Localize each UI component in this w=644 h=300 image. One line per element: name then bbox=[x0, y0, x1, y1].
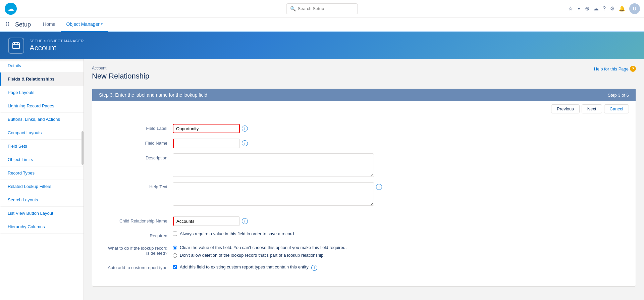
auto-add-info-icon[interactable]: i bbox=[311, 265, 317, 271]
cancel-button[interactable]: Cancel bbox=[604, 104, 629, 113]
auto-add-checkbox-item: Add this field to existing custom report… bbox=[173, 263, 317, 271]
sidebar-item-buttons-links-actions[interactable]: Buttons, Links, and Actions bbox=[0, 113, 84, 126]
sidebar-item-field-sets[interactable]: Field Sets bbox=[0, 140, 84, 153]
sidebar: Details Fields & Relationships Page Layo… bbox=[0, 59, 84, 300]
field-name-label: Field Name bbox=[106, 139, 173, 146]
svg-text:☁: ☁ bbox=[8, 5, 14, 12]
radio-no-delete-label: Don't allow deletion of the lookup recor… bbox=[180, 253, 325, 258]
help-text-info-icon[interactable]: i bbox=[376, 184, 382, 190]
lookup-delete-label: What to do if the lookup record is delet… bbox=[106, 244, 173, 256]
search-input[interactable] bbox=[298, 6, 354, 11]
auto-add-field: Add this field to existing custom report… bbox=[173, 263, 622, 271]
sidebar-scrollbar[interactable] bbox=[82, 131, 84, 165]
app-name: Setup bbox=[15, 21, 31, 28]
content-breadcrumb: Account bbox=[92, 66, 149, 70]
chevron-down-icon: ▾ bbox=[101, 22, 103, 26]
next-button[interactable]: Next bbox=[582, 104, 602, 113]
child-relationship-info-icon[interactable]: i bbox=[242, 218, 248, 224]
sidebar-item-record-types[interactable]: Record Types bbox=[0, 166, 84, 180]
required-field: Always require a value in this field in … bbox=[173, 231, 622, 236]
lookup-delete-field: Clear the value of this field. You can't… bbox=[173, 244, 622, 258]
help-icon[interactable]: ? bbox=[603, 6, 606, 12]
nav-item-home[interactable]: Home bbox=[38, 17, 61, 32]
required-checkbox-label: Always require a value in this field in … bbox=[180, 231, 294, 236]
description-field bbox=[173, 153, 622, 177]
radio-clear-item: Clear the value of this field. You can't… bbox=[173, 245, 347, 250]
breadcrumb-setup[interactable]: SETUP bbox=[30, 39, 43, 43]
sidebar-item-details[interactable]: Details bbox=[0, 59, 84, 72]
search-icon: 🔍 bbox=[290, 6, 296, 11]
sidebar-item-list-view-button-layout[interactable]: List View Button Layout bbox=[0, 207, 84, 220]
previous-button[interactable]: Previous bbox=[551, 104, 580, 113]
radio-no-delete-item: Don't allow deletion of the lookup recor… bbox=[173, 253, 347, 258]
avatar[interactable]: U bbox=[629, 3, 640, 14]
grid-icon[interactable]: ⠿ bbox=[5, 21, 10, 28]
form-actions: Previous Next Cancel bbox=[92, 101, 636, 117]
field-label-label: Field Label bbox=[106, 124, 173, 131]
radio-no-delete[interactable] bbox=[173, 253, 177, 258]
add-icon[interactable]: ⊕ bbox=[585, 5, 589, 12]
sidebar-item-page-layouts[interactable]: Page Layouts bbox=[0, 86, 84, 99]
field-label-input[interactable] bbox=[173, 124, 240, 133]
required-label: Required bbox=[106, 231, 173, 238]
nav-item-object-manager[interactable]: Object Manager ▾ bbox=[61, 17, 108, 32]
dropdown-icon[interactable]: ▼ bbox=[577, 6, 581, 11]
radio-clear-label: Clear the value of this field. You can't… bbox=[180, 245, 347, 250]
sidebar-item-object-limits[interactable]: Object Limits bbox=[0, 153, 84, 166]
child-relationship-input[interactable] bbox=[173, 216, 240, 226]
svg-rect-2 bbox=[13, 43, 19, 49]
help-text-textarea[interactable] bbox=[173, 182, 374, 206]
sidebar-item-compact-layouts[interactable]: Compact Layouts bbox=[0, 126, 84, 140]
auto-add-label: Auto add to custom report type bbox=[106, 263, 173, 270]
required-checkbox-item: Always require a value in this field in … bbox=[173, 231, 294, 236]
service-icon[interactable]: ☁ bbox=[593, 5, 599, 12]
breadcrumb-object-manager[interactable]: OBJECT MANAGER bbox=[47, 39, 84, 43]
step-header: Step 3. Enter the label and name for the… bbox=[92, 89, 636, 101]
settings-icon[interactable]: ⚙ bbox=[610, 5, 614, 12]
breadcrumb: SETUP > OBJECT MANAGER bbox=[30, 39, 84, 43]
content-header-row: Account New Relationship Help for this P… bbox=[92, 66, 636, 86]
radio-clear[interactable] bbox=[173, 246, 177, 250]
lookup-delete-radio-group: Clear the value of this field. You can't… bbox=[173, 245, 347, 258]
help-link[interactable]: Help for this Page ? bbox=[594, 66, 636, 72]
lookup-delete-row: What to do if the lookup record is delet… bbox=[106, 244, 622, 258]
search-bar[interactable]: 🔍 bbox=[286, 3, 358, 14]
description-label: Description bbox=[106, 153, 173, 160]
field-name-row: Field Name i bbox=[106, 139, 622, 148]
field-label-row: Field Label i bbox=[106, 124, 622, 133]
star-icon[interactable]: ☆ bbox=[568, 5, 573, 12]
bell-icon[interactable]: 🔔 bbox=[619, 5, 625, 12]
spacer bbox=[106, 211, 622, 216]
child-relationship-row: Child Relationship Name i bbox=[106, 216, 622, 226]
page-header: SETUP > OBJECT MANAGER Account bbox=[0, 32, 644, 59]
required-row: Required Always require a value in this … bbox=[106, 231, 622, 238]
help-icon-circle: ? bbox=[630, 66, 636, 72]
field-name-input[interactable] bbox=[173, 139, 240, 148]
content-title: New Relationship bbox=[92, 72, 149, 81]
header-text: SETUP > OBJECT MANAGER Account bbox=[30, 39, 84, 52]
help-text-label: Help Text bbox=[106, 182, 173, 189]
field-label-field: i bbox=[173, 124, 622, 133]
sidebar-item-hierarchy-columns[interactable]: Hierarchy Columns bbox=[0, 220, 84, 234]
app-navigation: ⠿ Setup Home Object Manager ▾ bbox=[0, 17, 644, 32]
sidebar-item-fields-relationships[interactable]: Fields & Relationships bbox=[0, 72, 84, 86]
nav-icons: ☆ ▼ ⊕ ☁ ? ⚙ 🔔 U bbox=[568, 3, 640, 14]
field-label-info-icon[interactable]: i bbox=[242, 126, 248, 132]
help-text-row: Help Text i bbox=[106, 182, 622, 206]
content-header-left: Account New Relationship bbox=[92, 66, 149, 86]
field-name-field: i bbox=[173, 139, 622, 148]
sidebar-item-related-lookup-filters[interactable]: Related Lookup Filters bbox=[0, 180, 84, 193]
step-indicator: Step 3 of 6 bbox=[608, 93, 629, 98]
form-body: Field Label i Field Name i Des bbox=[92, 117, 636, 286]
help-text-field: i bbox=[173, 182, 622, 206]
top-navigation: ☁ 🔍 ☆ ▼ ⊕ ☁ ? ⚙ 🔔 U bbox=[0, 0, 644, 17]
child-relationship-field: i bbox=[173, 216, 622, 226]
salesforce-logo[interactable]: ☁ bbox=[4, 2, 17, 15]
sidebar-item-lightning-record-pages[interactable]: Lightning Record Pages bbox=[0, 99, 84, 113]
field-name-info-icon[interactable]: i bbox=[242, 140, 248, 146]
sidebar-item-search-layouts[interactable]: Search Layouts bbox=[0, 193, 84, 207]
required-checkbox[interactable] bbox=[173, 232, 177, 236]
description-textarea[interactable] bbox=[173, 153, 374, 177]
content-panel: Account New Relationship Help for this P… bbox=[84, 59, 644, 300]
auto-add-checkbox[interactable] bbox=[173, 265, 177, 269]
